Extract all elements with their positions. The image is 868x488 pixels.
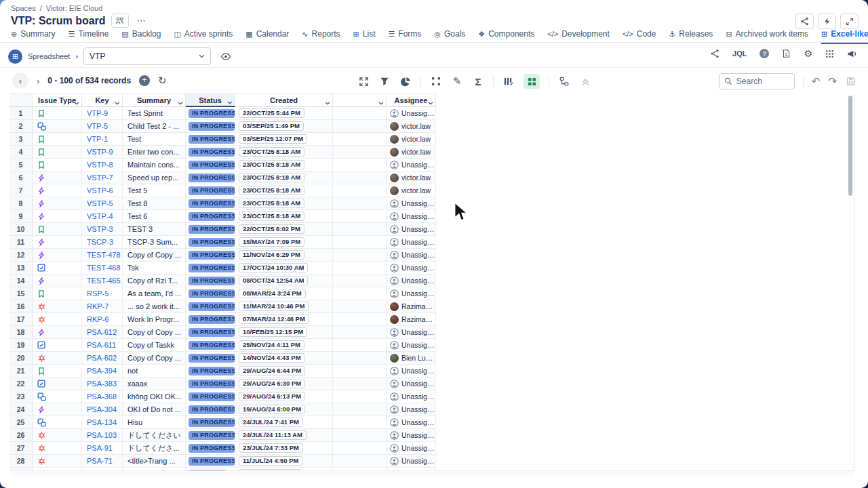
issue-type-cell[interactable]: [33, 352, 82, 364]
status-cell[interactable]: IN PROGRESS: [186, 313, 235, 325]
status-cell[interactable]: IN PROGRESS: [186, 120, 235, 132]
created-cell[interactable]: 03/SEP/25 1:49 PM: [235, 120, 333, 132]
more-actions-button[interactable]: ⋯: [134, 16, 149, 26]
assignee-cell[interactable]: Unassign...: [387, 390, 436, 403]
issue-key-link[interactable]: VSTP-3: [82, 223, 123, 235]
row-number[interactable]: 24: [9, 403, 33, 415]
table-row[interactable]: 4VSTP-9Enter two con...IN PROGRESS23/OCT…: [9, 146, 436, 159]
row-number[interactable]: 25: [9, 416, 33, 428]
issue-key-link[interactable]: PSA-394: [82, 365, 123, 377]
export-button[interactable]: [782, 49, 791, 58]
tab-releases[interactable]: ⚓Releases: [669, 29, 713, 43]
assignee-cell[interactable]: Unassign...: [387, 262, 436, 274]
issue-type-cell[interactable]: [33, 210, 82, 222]
spreadsheet-app-label[interactable]: Spreadsheet: [28, 52, 70, 60]
assignee-cell[interactable]: victor.law: [387, 184, 436, 197]
status-cell[interactable]: IN PROGRESS: [186, 365, 235, 377]
status-cell[interactable]: IN PROGRESS: [186, 390, 235, 403]
summary-cell[interactable]: Maintain cons...: [123, 159, 186, 171]
extra-cell[interactable]: [333, 429, 387, 441]
horizontal-scrollbar[interactable]: [9, 470, 854, 476]
row-number[interactable]: 22: [9, 378, 33, 390]
summary-cell[interactable]: TSCP-3 Sum...: [123, 236, 186, 248]
issue-type-cell[interactable]: [33, 146, 82, 158]
table-row[interactable]: 10VSTP-3TEST 3IN PROGRESS22/OCT/25 6:02 …: [9, 223, 436, 236]
tab-code[interactable]: </>Code: [623, 29, 656, 43]
extra-cell[interactable]: [333, 300, 387, 312]
extra-cell[interactable]: [333, 107, 387, 119]
summary-cell[interactable]: ドしてください: [123, 429, 186, 441]
extra-cell[interactable]: [333, 416, 387, 428]
chevron-down-icon[interactable]: [227, 101, 233, 104]
breadcrumb-spaces[interactable]: Spaces: [11, 4, 36, 12]
issue-key-link[interactable]: TSCP-3: [82, 236, 123, 248]
summary-cell[interactable]: TEST 3: [123, 223, 186, 235]
tab-archived-work-items[interactable]: ⊟Archived work items: [726, 29, 808, 43]
issue-type-cell[interactable]: [33, 313, 82, 325]
created-cell[interactable]: 24/JUL/24 7:41 PM: [235, 416, 333, 428]
summary-cell[interactable]: Test 5: [123, 184, 186, 197]
row-number[interactable]: 9: [9, 210, 33, 222]
issue-type-cell[interactable]: [33, 300, 82, 312]
status-cell[interactable]: IN PROGRESS: [186, 339, 235, 351]
summary-cell[interactable]: Work In Progr...: [123, 313, 186, 325]
row-number[interactable]: 14: [9, 274, 33, 287]
status-cell[interactable]: IN PROGRESS: [186, 159, 235, 171]
issue-key-link[interactable]: PSA-103: [82, 429, 123, 441]
issue-type-cell[interactable]: [33, 120, 82, 132]
status-cell[interactable]: IN PROGRESS: [186, 287, 235, 300]
created-cell[interactable]: 23/OCT/25 8:18 AM: [235, 159, 333, 171]
extra-cell[interactable]: [333, 223, 387, 235]
tab-calendar[interactable]: ▦Calendar: [245, 29, 289, 43]
extra-cell[interactable]: [333, 274, 387, 287]
created-cell[interactable]: 03/SEP/25 12:07 PM: [235, 133, 333, 145]
summary-cell[interactable]: Test 8: [123, 197, 186, 209]
row-number[interactable]: 23: [9, 390, 33, 403]
table-row[interactable]: 19PSA-611Copy of TaskkIN PROGRESS25/NOV/…: [9, 339, 436, 352]
created-cell[interactable]: 23/OCT/25 8:18 AM: [235, 146, 333, 158]
table-row[interactable]: 8VSTP-5Test 8IN PROGRESS23/OCT/25 8:18 A…: [9, 197, 436, 210]
row-number[interactable]: 16: [9, 300, 33, 312]
summary-cell[interactable]: Test Sprint: [123, 107, 186, 119]
created-cell[interactable]: 23/OCT/25 8:18 AM: [235, 171, 333, 184]
column-header-row-number[interactable]: [9, 94, 33, 107]
share-button[interactable]: [795, 14, 814, 29]
issue-key-link[interactable]: VSTP-6: [82, 184, 123, 197]
extra-cell[interactable]: [333, 197, 387, 209]
issue-key-link[interactable]: VSTP-9: [82, 146, 123, 158]
status-cell[interactable]: IN PROGRESS: [186, 455, 235, 467]
table-row[interactable]: 6VSTP-7Speed up rep...IN PROGRESS23/OCT/…: [9, 171, 436, 184]
select-cells-button[interactable]: [430, 75, 442, 87]
status-cell[interactable]: IN PROGRESS: [186, 442, 235, 454]
table-row[interactable]: 15RSP-5As a team, I'd ...IN PROGRESS08/M…: [9, 287, 436, 300]
fullscreen-button[interactable]: [840, 14, 859, 29]
issue-type-cell[interactable]: [33, 326, 82, 338]
extra-cell[interactable]: [333, 313, 387, 325]
chevron-down-icon[interactable]: [115, 102, 120, 105]
row-number[interactable]: 8: [9, 197, 33, 209]
issue-type-cell[interactable]: [33, 133, 82, 145]
summary-cell[interactable]: không OKI OK...: [123, 390, 186, 403]
table-row[interactable]: 16RKP-7... so 2 work it...IN PROGRESS11/…: [9, 300, 436, 313]
manage-columns-button[interactable]: [502, 75, 515, 87]
issue-type-cell[interactable]: [33, 171, 82, 184]
issue-key-link[interactable]: PSA-383: [82, 378, 123, 390]
edit-pen-button[interactable]: ✎: [451, 75, 463, 87]
assignee-cell[interactable]: Unassign...: [387, 159, 436, 171]
table-row[interactable]: 1VTP-9Test SprintIN PROGRESS22/OCT/25 5:…: [9, 107, 436, 120]
automation-button[interactable]: [818, 14, 836, 29]
extra-cell[interactable]: [333, 133, 387, 145]
row-number[interactable]: 13: [9, 262, 33, 274]
assignee-cell[interactable]: Raziman ...: [387, 313, 436, 325]
created-cell[interactable]: 11/NOV/24 6:29 PM: [235, 249, 333, 261]
extra-cell[interactable]: [333, 390, 387, 403]
table-row[interactable]: 22PSA-383xaaaxIN PROGRESS29/AUG/24 6:30 …: [9, 378, 436, 390]
extra-cell[interactable]: [333, 403, 387, 415]
created-cell[interactable]: 14/NOV/24 4:43 PM: [235, 352, 333, 364]
status-cell[interactable]: IN PROGRESS: [186, 236, 235, 248]
created-cell[interactable]: 22/OCT/25 5:44 PM: [235, 107, 333, 119]
summary-cell[interactable]: <title>Trang ...: [123, 455, 186, 467]
created-cell[interactable]: 07/MAR/24 12:46 PM: [235, 313, 333, 325]
issue-type-cell[interactable]: [33, 262, 82, 274]
issue-type-cell[interactable]: [33, 249, 82, 261]
